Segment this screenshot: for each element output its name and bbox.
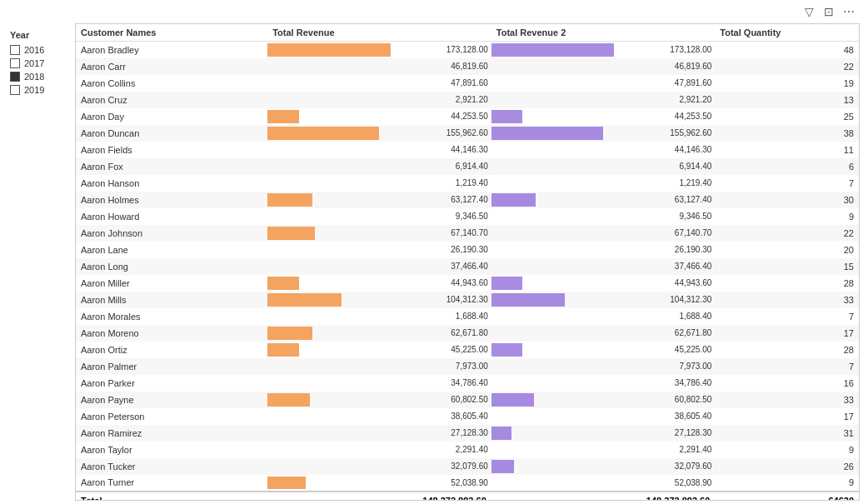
table-row: Aaron Holmes63,127.4063,127.4030 bbox=[76, 192, 859, 208]
col-header-rev2: Total Revenue 2 bbox=[491, 24, 716, 42]
table-row: Aaron Lane26,190.3026,190.3020 bbox=[76, 242, 859, 258]
cell-qty: 19 bbox=[715, 75, 859, 92]
cell-rev1: 44,253.50 bbox=[267, 108, 491, 125]
cell-rev2: 52,038.90 bbox=[491, 475, 716, 492]
cell-rev2: 60,802.50 bbox=[491, 392, 716, 408]
table-row: Aaron Howard9,346.509,346.509 bbox=[76, 208, 859, 225]
cell-qty: 7 bbox=[715, 308, 859, 325]
table-row: Aaron Ortiz45,225.0045,225.0028 bbox=[76, 342, 859, 358]
cell-rev1: 104,312.30 bbox=[267, 292, 491, 308]
cell-rev1: 52,038.90 bbox=[267, 475, 491, 492]
cell-name: Aaron Holmes bbox=[76, 192, 267, 208]
cell-qty: 25 bbox=[715, 108, 859, 125]
cell-qty: 7 bbox=[715, 358, 859, 375]
table-row: Aaron Payne60,802.5060,802.5033 bbox=[76, 392, 859, 408]
cell-qty: 22 bbox=[715, 58, 859, 75]
table-row: Aaron Ramirez27,128.3027,128.3031 bbox=[76, 425, 859, 442]
sidebar-item-2019[interactable]: 2019 bbox=[10, 85, 65, 95]
table-row: Aaron Palmer7,973.007,973.007 bbox=[76, 358, 859, 375]
cell-name: Aaron Miller bbox=[76, 275, 267, 292]
cell-rev2: 27,128.30 bbox=[491, 425, 716, 442]
table-row: Aaron Long37,466.4037,466.4015 bbox=[76, 258, 859, 275]
checkbox-2017[interactable] bbox=[10, 58, 20, 68]
cell-qty: 17 bbox=[715, 325, 859, 342]
cell-rev2: 46,819.60 bbox=[491, 58, 716, 75]
sidebar: Year 2016201720182019 bbox=[0, 23, 75, 504]
cell-rev2: 47,891.60 bbox=[491, 75, 716, 92]
cell-rev1: 27,128.30 bbox=[267, 425, 491, 442]
cell-rev1: 44,943.60 bbox=[267, 275, 491, 292]
col-header-name: Customer Names bbox=[76, 24, 267, 42]
table-row: Aaron Cruz2,921.202,921.2013 bbox=[76, 92, 859, 108]
cell-rev2: 32,079.60 bbox=[491, 458, 716, 475]
cell-rev1: 60,802.50 bbox=[267, 392, 491, 408]
cell-rev1: 38,605.40 bbox=[267, 408, 491, 425]
table-row: Aaron Tucker32,079.6032,079.6026 bbox=[76, 458, 859, 475]
sidebar-item-2017[interactable]: 2017 bbox=[10, 58, 65, 68]
cell-name: Aaron Johnson bbox=[76, 225, 267, 242]
footer-rev2: 148,372,893.60 bbox=[491, 492, 716, 501]
cell-rev1: 2,291.40 bbox=[267, 442, 491, 458]
checkbox-2016[interactable] bbox=[10, 45, 20, 55]
cell-rev2: 44,253.50 bbox=[491, 108, 716, 125]
table-scroll[interactable]: Customer Names Total Revenue Total Reven… bbox=[76, 24, 859, 500]
cell-rev2: 63,127.40 bbox=[491, 192, 716, 208]
cell-rev1: 26,190.30 bbox=[267, 242, 491, 258]
cell-rev1: 1,219.40 bbox=[267, 175, 491, 192]
cell-rev2: 37,466.40 bbox=[491, 258, 716, 275]
cell-qty: 28 bbox=[715, 342, 859, 358]
cell-rev2: 7,973.00 bbox=[491, 358, 716, 375]
cell-name: Aaron Ortiz bbox=[76, 342, 267, 358]
cell-name: Aaron Collins bbox=[76, 75, 267, 92]
more-icon[interactable]: ⋯ bbox=[841, 4, 856, 19]
cell-qty: 26 bbox=[715, 458, 859, 475]
top-toolbar: ▽ ⊡ ⋯ bbox=[0, 0, 863, 23]
cell-qty: 17 bbox=[715, 408, 859, 425]
table-row: Aaron Morales1,688.401,688.407 bbox=[76, 308, 859, 325]
sidebar-item-2018[interactable]: 2018 bbox=[10, 72, 65, 82]
cell-name: Aaron Bradley bbox=[76, 42, 267, 58]
cell-rev1: 45,225.00 bbox=[267, 342, 491, 358]
cell-qty: 7 bbox=[715, 175, 859, 192]
cell-qty: 33 bbox=[715, 292, 859, 308]
cell-rev1: 173,128.00 bbox=[267, 42, 491, 58]
cell-rev2: 173,128.00 bbox=[491, 42, 716, 58]
filter-icon[interactable]: ▽ bbox=[801, 4, 816, 19]
table-row: Aaron Mills104,312.30104,312.3033 bbox=[76, 292, 859, 308]
cell-rev1: 47,891.60 bbox=[267, 75, 491, 92]
table-row: Aaron Taylor2,291.402,291.409 bbox=[76, 442, 859, 458]
cell-rev2: 2,291.40 bbox=[491, 442, 716, 458]
cell-name: Aaron Fields bbox=[76, 142, 267, 158]
table-row: Aaron Bradley173,128.00173,128.0048 bbox=[76, 42, 859, 58]
cell-name: Aaron Fox bbox=[76, 158, 267, 175]
cell-name: Aaron Turner bbox=[76, 475, 267, 492]
expand-icon[interactable]: ⊡ bbox=[821, 4, 836, 19]
cell-qty: 20 bbox=[715, 242, 859, 258]
cell-qty: 38 bbox=[715, 125, 859, 142]
table-row: Aaron Day44,253.5044,253.5025 bbox=[76, 108, 859, 125]
cell-rev1: 32,079.60 bbox=[267, 458, 491, 475]
cell-name: Aaron Lane bbox=[76, 242, 267, 258]
cell-rev2: 26,190.30 bbox=[491, 242, 716, 258]
cell-rev2: 34,786.40 bbox=[491, 375, 716, 392]
col-header-qty: Total Quantity bbox=[715, 24, 859, 42]
cell-rev1: 9,346.50 bbox=[267, 208, 491, 225]
checkbox-2019[interactable] bbox=[10, 85, 20, 95]
sidebar-item-2016[interactable]: 2016 bbox=[10, 45, 65, 55]
cell-qty: 9 bbox=[715, 208, 859, 225]
table-row: Aaron Parker34,786.4034,786.4016 bbox=[76, 375, 859, 392]
table-row: Aaron Carr46,819.6046,819.6022 bbox=[76, 58, 859, 75]
table-footer-row: Total 148,372,893.60 148,372,893.60 6463… bbox=[76, 492, 859, 501]
cell-qty: 22 bbox=[715, 225, 859, 242]
sidebar-label-2019: 2019 bbox=[24, 85, 44, 95]
checkbox-2018[interactable] bbox=[10, 72, 20, 82]
sidebar-label-2017: 2017 bbox=[24, 58, 44, 68]
cell-name: Aaron Palmer bbox=[76, 358, 267, 375]
cell-rev2: 2,921.20 bbox=[491, 92, 716, 108]
cell-rev1: 37,466.40 bbox=[267, 258, 491, 275]
cell-rev2: 62,671.80 bbox=[491, 325, 716, 342]
cell-qty: 15 bbox=[715, 258, 859, 275]
col-header-rev1: Total Revenue bbox=[267, 24, 491, 42]
cell-qty: 6 bbox=[715, 158, 859, 175]
cell-qty: 9 bbox=[715, 442, 859, 458]
